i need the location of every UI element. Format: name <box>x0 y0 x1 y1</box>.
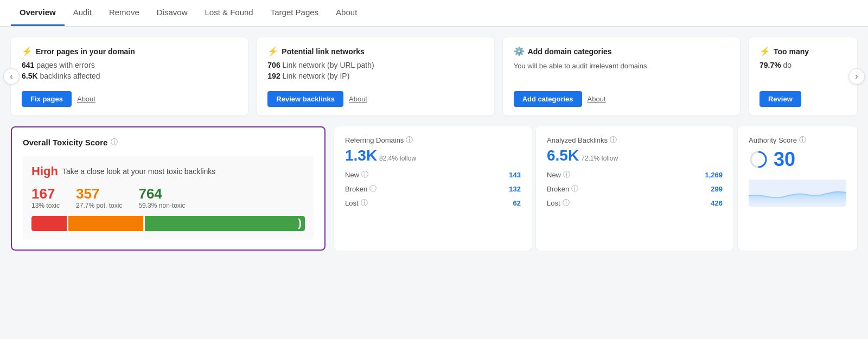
tox-num-non-toxic: 764 59.3% non-toxic <box>138 186 185 209</box>
broken-info-icon-2[interactable]: ⓘ <box>571 184 578 194</box>
toxicity-level-desc: Take a close look at your most toxic bac… <box>62 167 215 176</box>
backlinks-broken-row: Broken ⓘ 299 <box>547 184 723 194</box>
tox-num-pot-toxic: 357 27.7% pot. toxic <box>76 186 122 209</box>
nav-item-target-pages[interactable]: Target Pages <box>262 0 327 26</box>
referring-lost-row: Lost ⓘ 62 <box>345 198 521 208</box>
gear-icon-3: ⚙️ <box>514 46 525 56</box>
bolt-icon-1: ⚡ <box>22 46 33 56</box>
tox-num-toxic: 167 13% toxic <box>31 186 60 209</box>
card-actions-4: Review <box>760 91 846 107</box>
card-title-2: Potential link networks <box>282 47 364 56</box>
broken-info-icon-1[interactable]: ⓘ <box>369 184 376 194</box>
toxicity-header: Overall Toxicity Score ⓘ <box>23 137 314 147</box>
authority-sparkline <box>749 180 846 207</box>
about-button-2[interactable]: About <box>349 95 367 103</box>
lost-info-icon-2[interactable]: ⓘ <box>563 198 570 208</box>
prev-arrow[interactable]: ‹ <box>3 68 20 85</box>
referring-new-value: 143 <box>509 171 521 179</box>
card-stat-1a: 641 pages with errors <box>22 61 237 69</box>
tox-value-pot-toxic: 357 <box>76 186 122 202</box>
card-actions-3: Add categories About <box>514 91 729 107</box>
main-content: ‹ ⚡ Error pages in your domain 641 pages… <box>0 27 868 251</box>
metric-authority-score: Authority Score ⓘ 30 <box>738 126 857 251</box>
card-stat-2a: 706 Link network (by URL path) <box>267 61 483 69</box>
toxicity-level: High Take a close look at your most toxi… <box>31 164 305 178</box>
nav-item-disavow[interactable]: Disavow <box>148 0 196 26</box>
referring-domains-value-row: 1.3K 82.4% follow <box>345 148 521 163</box>
backlinks-new-label: New ⓘ <box>547 170 570 180</box>
authority-circle-icon <box>749 150 768 169</box>
referring-new-row: New ⓘ 143 <box>345 170 521 180</box>
nav-item-audit[interactable]: Audit <box>65 0 100 26</box>
card-stat-2b: 192 Link network (by IP) <box>267 72 483 80</box>
tox-label-pot-toxic: 27.7% pot. toxic <box>76 202 122 209</box>
card-too-many: ⚡ Too many 79.7% do Review <box>749 37 857 116</box>
backlinks-lost-label: Lost ⓘ <box>547 198 570 208</box>
backlinks-new-row: New ⓘ 1,269 <box>547 170 723 180</box>
new-info-icon-2[interactable]: ⓘ <box>563 170 570 180</box>
toxicity-info-icon[interactable]: ⓘ <box>111 137 118 147</box>
tox-label-non-toxic: 59.3% non-toxic <box>138 202 185 209</box>
about-button-3[interactable]: About <box>588 95 606 103</box>
nav-item-remove[interactable]: Remove <box>100 0 148 26</box>
referring-broken-row: Broken ⓘ 132 <box>345 184 521 194</box>
tox-bar-red <box>31 216 67 231</box>
tox-value-non-toxic: 764 <box>138 186 185 202</box>
card-title-3: Add domain categories <box>528 47 612 56</box>
tox-bar-orange <box>68 216 143 231</box>
authority-score-display: 30 <box>749 148 846 171</box>
backlinks-lost-row: Lost ⓘ 426 <box>547 198 723 208</box>
card-domain-categories: ⚙️ Add domain categories You will be abl… <box>503 37 740 116</box>
cards-row: ‹ ⚡ Error pages in your domain 641 pages… <box>11 37 857 116</box>
bottom-section: Overall Toxicity Score ⓘ High Take a clo… <box>11 126 857 251</box>
card-actions-1: Fix pages About <box>22 91 237 107</box>
card-stat-4a: 79.7% do <box>760 61 846 69</box>
toxicity-inner: High Take a close look at your most toxi… <box>23 156 314 240</box>
card-header-1: ⚡ Error pages in your domain <box>22 46 237 56</box>
backlinks-broken-value: 299 <box>711 185 723 193</box>
authority-score-value: 30 <box>774 148 795 171</box>
bolt-icon-4: ⚡ <box>760 46 770 56</box>
fix-pages-button[interactable]: Fix pages <box>22 91 72 107</box>
nav-bar: Overview Audit Remove Disavow Lost & Fou… <box>0 0 868 27</box>
backlinks-broken-label: Broken ⓘ <box>547 184 578 194</box>
analyzed-backlinks-label: Analyzed Backlinks ⓘ <box>547 135 723 145</box>
review-backlinks-button[interactable]: Review backlinks <box>267 91 343 107</box>
card-link-networks: ⚡ Potential link networks 706 Link netwo… <box>257 37 494 116</box>
card-header-2: ⚡ Potential link networks <box>267 46 483 56</box>
toxicity-bar <box>31 216 305 231</box>
authority-score-label: Authority Score ⓘ <box>749 135 846 145</box>
nav-item-lost-found[interactable]: Lost & Found <box>196 0 261 26</box>
toxicity-card: Overall Toxicity Score ⓘ High Take a clo… <box>11 126 326 251</box>
review-button-4[interactable]: Review <box>760 91 801 107</box>
analyzed-backlinks-info-icon[interactable]: ⓘ <box>610 135 617 145</box>
bolt-icon-2: ⚡ <box>267 46 278 56</box>
new-info-icon-1[interactable]: ⓘ <box>361 170 368 180</box>
metric-referring-domains: Referring Domains ⓘ 1.3K 82.4% follow Ne… <box>334 126 532 251</box>
referring-domains-label: Referring Domains ⓘ <box>345 135 521 145</box>
lost-info-icon-1[interactable]: ⓘ <box>361 198 368 208</box>
sparkline-svg <box>749 180 846 207</box>
tox-label-toxic: 13% toxic <box>31 202 60 209</box>
nav-item-about[interactable]: About <box>327 0 366 26</box>
next-arrow[interactable]: › <box>848 68 865 85</box>
analyzed-backlinks-rows: New ⓘ 1,269 Broken ⓘ 299 <box>547 170 723 208</box>
referring-domains-value: 1.3K <box>345 147 377 164</box>
card-stat-1b: 6.5K backlinks affected <box>22 72 237 80</box>
metric-analyzed-backlinks: Analyzed Backlinks ⓘ 6.5K 72.1% follow N… <box>536 126 733 251</box>
toxicity-numbers: 167 13% toxic 357 27.7% pot. toxic 764 5… <box>31 186 305 209</box>
referring-domains-follow: 82.4% follow <box>379 155 416 162</box>
card-desc-3: You will be able to audit irrelevant dom… <box>514 61 729 72</box>
card-header-3: ⚙️ Add domain categories <box>514 46 729 56</box>
referring-lost-value: 62 <box>513 199 521 207</box>
authority-score-info-icon[interactable]: ⓘ <box>799 135 806 145</box>
referring-domains-rows: New ⓘ 143 Broken ⓘ 132 L <box>345 170 521 208</box>
add-categories-button[interactable]: Add categories <box>514 91 582 107</box>
card-error-pages: ⚡ Error pages in your domain 641 pages w… <box>11 37 248 116</box>
referring-domains-info-icon[interactable]: ⓘ <box>406 135 413 145</box>
about-button-1[interactable]: About <box>77 95 95 103</box>
card-header-4: ⚡ Too many <box>760 46 846 56</box>
analyzed-backlinks-value: 6.5K <box>547 147 579 164</box>
nav-item-overview[interactable]: Overview <box>11 0 65 26</box>
card-actions-2: Review backlinks About <box>267 91 483 107</box>
